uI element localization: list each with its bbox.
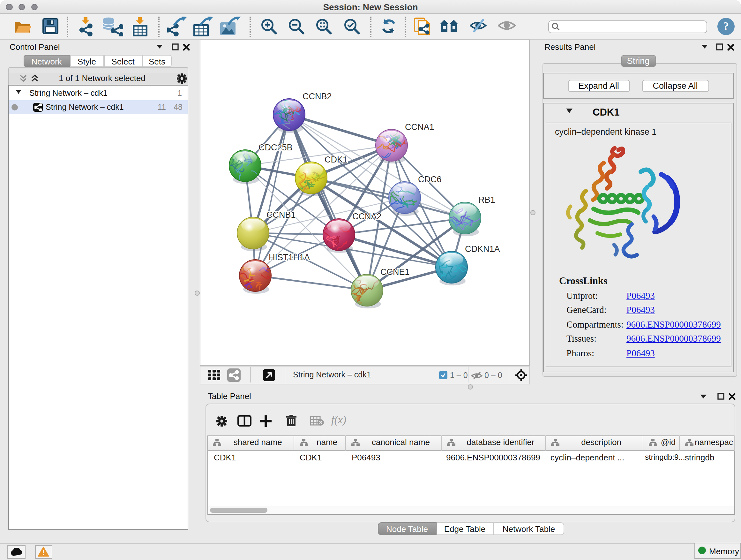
svg-text:CCNA1: CCNA1: [405, 122, 434, 132]
svg-text:HIST1H1A: HIST1H1A: [269, 253, 310, 262]
svg-text:CCNB2: CCNB2: [302, 91, 332, 101]
svg-text:CCNB1: CCNB1: [266, 210, 296, 220]
svg-text:CDC25B: CDC25B: [259, 143, 293, 152]
svg-text:CDC6: CDC6: [418, 175, 442, 184]
svg-text:RB1: RB1: [478, 195, 495, 205]
svg-text:CCNE1: CCNE1: [381, 267, 410, 277]
svg-text:CCNA2: CCNA2: [352, 212, 382, 221]
svg-text:CDKN1A: CDKN1A: [465, 244, 500, 254]
svg-text:CDK1: CDK1: [325, 155, 347, 165]
